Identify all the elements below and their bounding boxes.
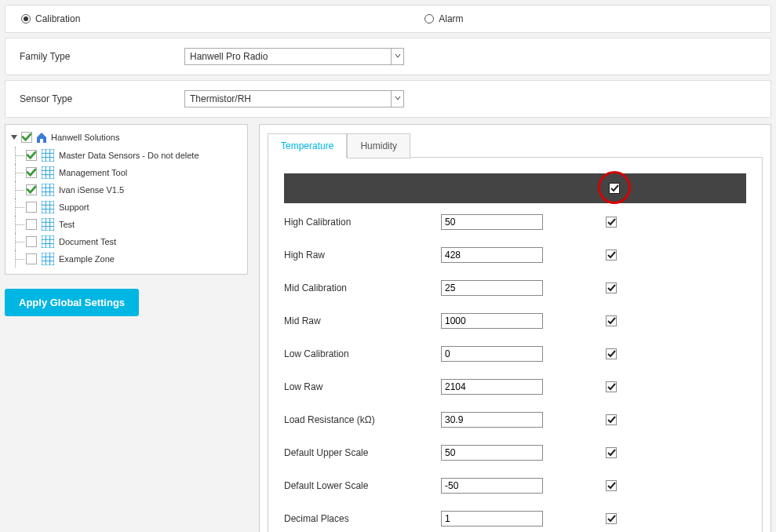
tree-item[interactable]: Example Zone [26, 250, 241, 268]
chevron-down-icon [391, 49, 403, 64]
field-checkbox[interactable] [606, 381, 617, 392]
field-row: Mid Calibration [284, 280, 746, 296]
radio-dot-icon [21, 14, 31, 24]
grid-icon [42, 253, 54, 265]
field-input[interactable] [441, 346, 543, 362]
sensor-type-row: Sensor Type Thermistor/RH [5, 80, 771, 118]
tree-item[interactable]: Test [26, 216, 241, 233]
tree-item-label: Master Data Sensors - Do not delete [59, 151, 199, 160]
grid-icon [42, 201, 54, 213]
select-all-checkbox[interactable] [609, 183, 620, 194]
field-row: Default Lower Scale [284, 478, 746, 494]
radio-label: Calibration [35, 13, 80, 24]
field-checkbox[interactable] [606, 315, 617, 326]
tree-root-checkbox[interactable] [21, 132, 32, 143]
grid-icon [42, 235, 54, 248]
chevron-down-icon [391, 91, 403, 107]
field-row: High Calibration [284, 214, 746, 230]
field-label: Default Lower Scale [284, 480, 441, 491]
tree-item-checkbox[interactable] [26, 184, 37, 195]
tree-box: Hanwell Solutions Master Data Sensors - … [5, 124, 248, 275]
field-checkbox[interactable] [606, 480, 617, 491]
tree-item-checkbox[interactable] [26, 219, 37, 230]
field-row: Load Resistance (kΩ) [284, 412, 746, 428]
form-panel: Temperature Humidity High CalibrationHig… [259, 124, 771, 532]
tab-body: High CalibrationHigh RawMid CalibrationM… [268, 157, 763, 532]
field-input[interactable] [441, 379, 543, 395]
radio-dot-icon [424, 14, 434, 24]
tree-item-checkbox[interactable] [26, 202, 37, 213]
field-input[interactable] [441, 412, 543, 428]
grid-icon [42, 149, 54, 162]
field-checkbox[interactable] [606, 414, 617, 425]
sensor-type-select[interactable]: Thermistor/RH [184, 90, 404, 107]
field-row: Default Upper Scale [284, 445, 746, 461]
tree-root-label: Hanwell Solutions [51, 133, 119, 142]
field-row: Decimal Places [284, 511, 746, 527]
select-value: Hanwell Pro Radio [185, 49, 391, 64]
field-label: Low Raw [284, 381, 441, 392]
select-all-header [284, 173, 746, 203]
field-label: Load Resistance (kΩ) [284, 414, 441, 425]
family-type-label: Family Type [20, 51, 169, 62]
tree-item-label: Example Zone [59, 254, 115, 264]
field-input[interactable] [441, 478, 543, 494]
tree-item-label: Test [59, 220, 75, 229]
field-input[interactable] [441, 280, 543, 296]
tree-item[interactable]: Management Tool [26, 164, 241, 181]
family-type-row: Family Type Hanwell Pro Radio [5, 38, 771, 75]
field-checkbox[interactable] [606, 217, 617, 228]
tab-humidity[interactable]: Humidity [347, 133, 410, 159]
expand-toggle-icon [10, 133, 18, 141]
field-checkbox[interactable] [606, 513, 617, 524]
tree-item-checkbox[interactable] [26, 167, 37, 178]
tab-temperature[interactable]: Temperature [268, 133, 347, 159]
radio-calibration[interactable]: Calibration [21, 13, 424, 24]
tree-item-label: Support [59, 202, 89, 212]
tree-item-label: Management Tool [59, 168, 127, 177]
grid-icon [42, 184, 54, 196]
tree-item[interactable]: Document Test [26, 233, 241, 250]
field-label: Low Calibration [284, 348, 441, 359]
tree-item-checkbox[interactable] [26, 236, 37, 247]
field-label: High Calibration [284, 217, 441, 228]
field-checkbox[interactable] [606, 282, 617, 293]
field-label: Mid Calibration [284, 282, 441, 293]
field-label: Decimal Places [284, 513, 441, 524]
home-icon [35, 131, 48, 144]
tree-item[interactable]: Support [26, 199, 241, 216]
tree-item[interactable]: Master Data Sensors - Do not delete [26, 147, 241, 164]
tree-item[interactable]: Ivan iSense V1.5 [26, 181, 241, 199]
field-label: Default Upper Scale [284, 447, 441, 458]
tree-panel: Hanwell Solutions Master Data Sensors - … [5, 124, 248, 316]
field-label: Mid Raw [284, 315, 441, 326]
apply-global-settings-button[interactable]: Apply Global Settings [5, 289, 139, 316]
select-value: Thermistor/RH [185, 91, 391, 107]
radio-label: Alarm [439, 13, 463, 24]
field-checkbox[interactable] [606, 447, 617, 458]
sensor-type-label: Sensor Type [20, 93, 169, 104]
radio-alarm[interactable]: Alarm [424, 13, 463, 24]
field-checkbox[interactable] [606, 348, 617, 359]
mode-select-bar: Calibration Alarm [5, 5, 771, 33]
tree-item-checkbox[interactable] [26, 253, 37, 264]
field-checkbox[interactable] [606, 250, 617, 261]
tabs: Temperature Humidity [268, 133, 763, 158]
tree-item-checkbox[interactable] [26, 150, 37, 161]
grid-icon [42, 218, 54, 231]
tree-item-label: Ivan iSense V1.5 [59, 185, 124, 195]
field-input[interactable] [441, 247, 543, 263]
grid-icon [42, 166, 54, 179]
field-input[interactable] [441, 214, 543, 230]
field-input[interactable] [441, 511, 543, 527]
field-input[interactable] [441, 445, 543, 461]
field-label: High Raw [284, 250, 441, 261]
field-row: Low Calibration [284, 346, 746, 362]
field-row: Low Raw [284, 379, 746, 395]
field-input[interactable] [441, 313, 543, 329]
tree-item-label: Document Test [59, 237, 116, 246]
family-type-select[interactable]: Hanwell Pro Radio [184, 48, 404, 65]
field-row: High Raw [284, 247, 746, 263]
field-row: Mid Raw [284, 313, 746, 329]
tree-root[interactable]: Hanwell Solutions [10, 131, 241, 144]
